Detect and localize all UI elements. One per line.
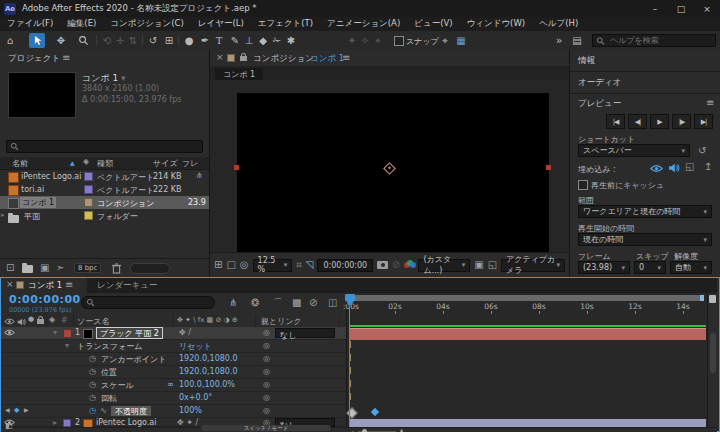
help-search-field[interactable]	[592, 34, 716, 47]
comp-panel-menu-icon[interactable]: ≡	[342, 53, 350, 63]
previous-frame-button[interactable]: ◀|	[628, 114, 647, 129]
opacity-row[interactable]: ◀ ◆ ▶ ◷ ∿ 不透明度 100% ◎	[1, 405, 346, 418]
camera-view-dropdown[interactable]: アクティブカメラ▾	[501, 259, 565, 272]
first-frame-button[interactable]: |◀	[606, 114, 625, 129]
draft-3d-icon[interactable]: ❂	[251, 298, 259, 308]
reset-icon[interactable]: ↺	[698, 146, 706, 156]
next-frame-button[interactable]: |▶	[672, 114, 691, 129]
layer-visibility-eye-icon[interactable]	[4, 328, 15, 337]
brush-tool-icon[interactable]: ✎	[228, 34, 242, 47]
current-timecode[interactable]: 0:00:00:00	[9, 293, 81, 306]
toolbar-overflow-icon[interactable]: »	[552, 34, 566, 47]
render-engine-icon[interactable]: ➣	[56, 263, 64, 273]
composition-tab-comp-name[interactable]: コンポ 1	[310, 53, 344, 65]
project-row-tori[interactable]: tori.ai ベクトルアート 222 KB	[0, 183, 209, 196]
new-composition-icon[interactable]: ▣	[40, 263, 49, 273]
menu-view[interactable]: ビュー(V)	[407, 18, 459, 30]
label-color-violet[interactable]	[84, 185, 93, 194]
maximize-button[interactable]: □	[668, 0, 694, 17]
vertical-scrollbar[interactable]	[710, 333, 716, 373]
property-name[interactable]: スケール	[101, 380, 134, 391]
resolution-dropdown[interactable]: 自動▾	[670, 261, 712, 274]
property-name[interactable]: 位置	[101, 367, 117, 378]
text-tool-icon[interactable]: T	[212, 34, 226, 47]
timeline-panel-menu-icon[interactable]: ≡	[65, 280, 73, 290]
home-icon[interactable]: ⌂	[3, 34, 17, 47]
zoom-tool-icon[interactable]	[76, 34, 90, 47]
layer-handle-right[interactable]	[546, 165, 551, 170]
clone-stamp-tool-icon[interactable]: ⊥	[242, 34, 256, 47]
pick-whip-icon[interactable]: ◎	[263, 406, 270, 415]
display-icon[interactable]: □	[226, 260, 235, 270]
stopwatch-icon[interactable]: ◷	[89, 393, 96, 402]
twirl-closed-icon[interactable]: ▸	[53, 418, 57, 427]
workspace-switcher-icon[interactable]: ▤	[570, 34, 584, 47]
snapshot-camera-icon[interactable]	[377, 261, 387, 269]
layer-switches[interactable]: ✥ /	[179, 328, 191, 337]
skip-dropdown[interactable]: 0▾	[634, 261, 666, 274]
info-panel-tab[interactable]: 情報	[578, 55, 595, 67]
menu-help[interactable]: ヘルプ(H)	[532, 18, 585, 30]
property-value[interactable]: 100.0,100.0%	[179, 380, 235, 389]
include-audio-speaker-icon[interactable]	[668, 162, 680, 173]
menu-composition[interactable]: コンポジション(C)	[103, 18, 190, 30]
project-panel-menu-icon[interactable]: ≡	[62, 53, 70, 63]
pick-whip-icon[interactable]: ◎	[263, 328, 270, 337]
layer-row-1[interactable]: ▾ 1 ブラック 平面 2 ✥ / ◎ なし▾	[1, 327, 346, 340]
magnification-dropdown[interactable]: 12.5 %▾	[253, 259, 293, 272]
comp-label-color[interactable]	[227, 54, 235, 62]
stopwatch-icon[interactable]: ◷	[89, 354, 96, 363]
twirl-open-icon[interactable]: ▾	[65, 341, 69, 350]
menu-effect[interactable]: エフェクト(T)	[251, 18, 320, 30]
motion-blur-icon[interactable]: ⊘	[309, 298, 317, 308]
opacity-name-box[interactable]: 不透明度	[111, 406, 151, 416]
bit-depth-button[interactable]: 8 bpc	[74, 263, 101, 273]
rotation-row[interactable]: ◷ 回転 0x+0.0° ◎	[1, 392, 346, 405]
layer-name[interactable]: iPentec Logo.ai	[96, 418, 156, 427]
lock-icon[interactable]	[240, 56, 247, 61]
solid-color-swatch[interactable]	[83, 329, 93, 339]
mask-visibility-icon[interactable]: ◹	[306, 260, 314, 270]
reset-link[interactable]: リセット	[179, 341, 212, 352]
pan-behind-tool-icon[interactable]: ⊞	[162, 34, 176, 47]
stopwatch-icon[interactable]: ◷	[89, 367, 96, 376]
anchor-point-row[interactable]: ◷ アンカーポイント 1920.0,1080.0 ◎	[1, 353, 346, 366]
switches-modes-toggle[interactable]: スイッチ / モード	[201, 425, 331, 431]
axis-mode-view-icon[interactable]: ⌖	[371, 34, 385, 47]
pen-tool-icon[interactable]: ✒	[198, 34, 212, 47]
keyframe-diamond-icon[interactable]: ◆	[14, 406, 19, 414]
include-video-eye-icon[interactable]	[650, 163, 663, 173]
sort-ascending-icon[interactable]: ▲	[70, 159, 75, 166]
shy-layers-icon[interactable]: ⌒	[273, 298, 283, 308]
axis-mode-local-icon[interactable]: ✦	[345, 34, 359, 47]
project-row-comp1[interactable]: コンポ 1 コンポジション 23.9	[0, 196, 209, 209]
pick-whip-icon[interactable]: ◎	[263, 393, 270, 402]
pick-whip-icon[interactable]: ◎	[263, 380, 270, 389]
resolution-icon[interactable]: ▣	[474, 260, 483, 270]
share-icon[interactable]: ↥	[704, 162, 712, 172]
comp-marker-bin[interactable]	[709, 295, 716, 303]
always-preview-icon[interactable]: ⊞	[214, 260, 222, 270]
layer-label-red[interactable]	[63, 329, 72, 338]
composition-flowchart-icon[interactable]: ⋔	[229, 298, 237, 308]
frame-blending-icon[interactable]: ▩	[292, 298, 301, 308]
stopwatch-icon[interactable]: ◷	[89, 380, 96, 389]
label-color-tan[interactable]	[84, 198, 93, 207]
project-row-ipentec-logo[interactable]: iPentec Logo.ai ベクトルアート 214 KB ⋔	[0, 170, 209, 183]
timeline-comp-tab[interactable]: × コンポ 1 ≡	[1, 278, 87, 293]
expand-in-out-icon[interactable]: ◧	[5, 422, 13, 430]
snap-checkbox[interactable]	[394, 36, 404, 46]
view-options-dropdown[interactable]: (カスタム...)▾	[418, 259, 470, 272]
interpret-footage-icon[interactable]: ⊡	[6, 263, 14, 273]
help-search-input[interactable]	[608, 35, 712, 46]
stopwatch-active-icon[interactable]: ◷	[89, 406, 96, 415]
composition-tab-title[interactable]: コンポジション	[253, 53, 314, 65]
layer-switches[interactable]: ✥ ✦ /	[177, 418, 198, 427]
layer-label-violet[interactable]	[63, 419, 71, 427]
expression-graph-icon[interactable]: ∿	[100, 406, 107, 415]
rotate-tool-icon[interactable]: ↺	[146, 34, 160, 47]
menu-edit[interactable]: 編集(E)	[60, 18, 103, 30]
menu-animation[interactable]: アニメーション(A)	[320, 18, 407, 30]
timeline-search-field[interactable]	[81, 296, 215, 309]
region-of-interest-icon[interactable]: ◱	[488, 260, 497, 270]
